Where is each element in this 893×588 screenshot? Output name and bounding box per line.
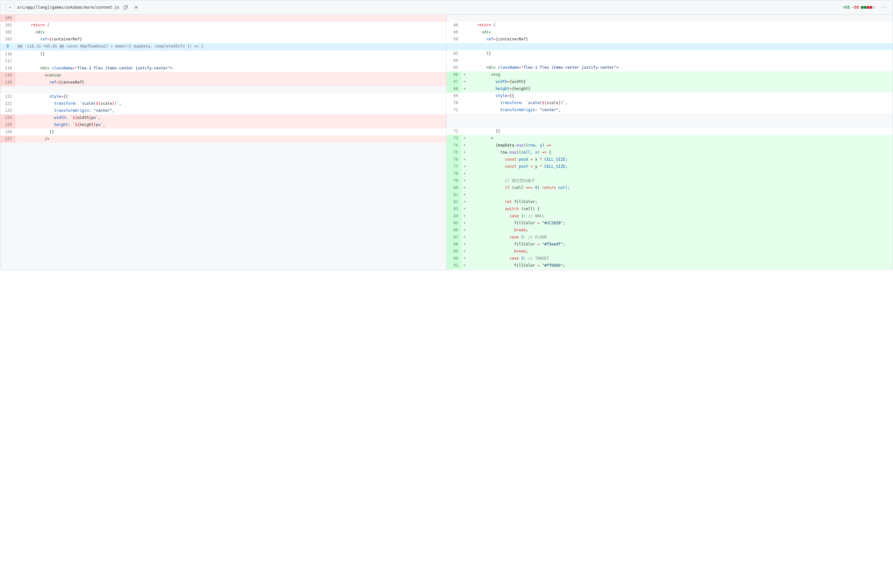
diff-line[interactable]: 75+ row.map((cell, x) => { xyxy=(446,149,893,156)
line-number[interactable]: 120 xyxy=(0,79,15,86)
line-number[interactable]: 119 xyxy=(0,72,15,79)
diff-line[interactable]: 103 ref={containerRef} xyxy=(0,36,446,43)
diff-line[interactable]: 64 xyxy=(446,57,893,64)
expand-file-button[interactable] xyxy=(132,3,140,11)
line-number[interactable]: 85 xyxy=(446,220,461,227)
line-number[interactable]: 64 xyxy=(446,57,461,64)
line-number[interactable]: 49 xyxy=(446,29,461,36)
line-number[interactable]: 101 xyxy=(0,22,15,29)
collapse-toggle-button[interactable] xyxy=(6,3,15,12)
line-number[interactable]: 78 xyxy=(446,170,461,177)
diff-line[interactable]: 126 }} xyxy=(0,129,446,136)
line-number[interactable]: 123 xyxy=(0,107,15,114)
diff-line[interactable] xyxy=(446,114,893,121)
diff-line[interactable]: 69 style={{ xyxy=(446,93,893,100)
line-number[interactable]: 68 xyxy=(446,86,461,93)
diff-line[interactable]: 66+ <svg xyxy=(446,71,893,78)
diff-line[interactable]: 80+ if (cell === 0) return null; xyxy=(446,184,893,192)
line-number[interactable]: 125 xyxy=(0,122,15,129)
line-number[interactable]: 66 xyxy=(446,71,461,78)
diff-line[interactable]: 127- /> xyxy=(0,136,446,142)
diff-line[interactable]: 89+ break; xyxy=(446,248,893,255)
line-number[interactable]: 67 xyxy=(446,78,461,86)
diff-line[interactable]: 100- xyxy=(0,15,446,22)
diff-line[interactable]: 119- <canvas xyxy=(0,72,446,79)
line-number[interactable]: 72 xyxy=(446,128,461,135)
diff-line[interactable]: 123 transformOrigin: "center", xyxy=(0,107,446,114)
diff-line[interactable]: 91+ fillColor = "#ff6b6b"; xyxy=(446,262,893,269)
diff-line[interactable]: 81+ xyxy=(446,192,893,199)
line-number[interactable]: 116 xyxy=(0,51,15,58)
line-number[interactable]: 74 xyxy=(446,142,461,149)
diff-line[interactable] xyxy=(446,121,893,128)
diff-line[interactable] xyxy=(446,15,893,22)
diff-line[interactable]: 83+ switch (cell) { xyxy=(446,206,893,213)
line-number[interactable]: 124 xyxy=(0,114,15,122)
diff-line[interactable]: 48 return ( xyxy=(446,22,893,29)
diff-line[interactable]: 71 transformOrigin: "center", xyxy=(446,106,893,114)
diff-line[interactable]: 90+ case 3: // TARGET xyxy=(446,255,893,262)
line-number[interactable]: 89 xyxy=(446,248,461,255)
line-number[interactable] xyxy=(446,15,461,22)
diff-line[interactable]: 68+ height={height} xyxy=(446,86,893,93)
diff-line[interactable]: 117 xyxy=(0,58,446,65)
line-number[interactable]: 76 xyxy=(446,156,461,163)
line-number[interactable] xyxy=(446,121,461,128)
line-number[interactable]: 71 xyxy=(446,106,461,114)
line-number[interactable]: 100 xyxy=(0,15,15,22)
line-number[interactable]: 79 xyxy=(446,177,461,184)
line-number[interactable]: 75 xyxy=(446,149,461,156)
line-number[interactable]: 117 xyxy=(0,58,15,65)
diff-line[interactable]: 67+ width={width} xyxy=(446,78,893,86)
diff-line[interactable]: 49 <div xyxy=(446,29,893,36)
diff-line[interactable]: 82+ let fillColor; xyxy=(446,199,893,206)
diff-line[interactable]: 63 )} xyxy=(446,50,893,57)
copy-path-button[interactable] xyxy=(122,3,129,11)
diff-line[interactable]: 86+ break; xyxy=(446,227,893,234)
diff-line[interactable]: 76+ const posX = x * CELL_SIZE; xyxy=(446,156,893,163)
diff-line[interactable]: 85+ fillColor = "#2C282B"; xyxy=(446,220,893,227)
line-number[interactable]: 83 xyxy=(446,206,461,213)
line-number[interactable]: 122 xyxy=(0,100,15,107)
line-number[interactable]: 88 xyxy=(446,241,461,248)
line-number[interactable] xyxy=(0,86,15,93)
line-number[interactable]: 70 xyxy=(446,100,461,106)
line-number[interactable]: 87 xyxy=(446,234,461,241)
diff-line[interactable]: 102 <div xyxy=(0,29,446,36)
diff-line[interactable]: 84+ case 1: // WALL xyxy=(446,213,893,220)
diff-line[interactable]: 121 style={{ xyxy=(0,93,446,100)
diff-line[interactable]: 101 return ( xyxy=(0,22,446,29)
diff-line[interactable]: 74+ {mapData.map((row, y) => xyxy=(446,142,893,149)
line-number[interactable]: 50 xyxy=(446,36,461,43)
line-number[interactable]: 73 xyxy=(446,135,461,142)
diff-line[interactable]: 50 ref={containerRef} xyxy=(446,36,893,43)
line-number[interactable] xyxy=(446,114,461,121)
diff-line[interactable]: 72 }} xyxy=(446,128,893,135)
diff-line[interactable]: 116 )} xyxy=(0,51,446,58)
diff-line[interactable]: 124- width: `${width}px`, xyxy=(0,114,446,122)
expand-hunk-button[interactable] xyxy=(0,44,15,48)
diff-line[interactable]: 78+ xyxy=(446,170,893,177)
diff-line[interactable]: 120- ref={canvasRef} xyxy=(0,79,446,86)
file-path[interactable]: src/app/[lang]/games/sokoban/more/conten… xyxy=(17,5,119,10)
diff-line[interactable]: 125- height: `${height}px`, xyxy=(0,122,446,129)
diff-line[interactable]: 70 transform: `scale(${scale})`, xyxy=(446,100,893,106)
line-number[interactable]: 103 xyxy=(0,36,15,43)
line-number[interactable]: 86 xyxy=(446,227,461,234)
diff-line[interactable]: 118 <div className="flex-1 flex items-ce… xyxy=(0,65,446,72)
line-number[interactable]: 81 xyxy=(446,192,461,199)
line-number[interactable]: 65 xyxy=(446,64,461,71)
line-number[interactable]: 102 xyxy=(0,29,15,36)
diff-line[interactable]: 77+ const posY = y * CELL_SIZE; xyxy=(446,163,893,170)
diff-line[interactable]: 65 <div className="flex-1 flex items-cen… xyxy=(446,64,893,71)
line-number[interactable]: 84 xyxy=(446,213,461,220)
line-number[interactable]: 80 xyxy=(446,184,461,192)
line-number[interactable]: 126 xyxy=(0,129,15,136)
diff-line[interactable]: 79+ // 跳过空白格子 xyxy=(446,177,893,184)
line-number[interactable]: 69 xyxy=(446,93,461,100)
line-number[interactable]: 90 xyxy=(446,255,461,262)
line-number[interactable]: 91 xyxy=(446,262,461,269)
line-number[interactable]: 118 xyxy=(0,65,15,72)
diff-line[interactable]: 122 transform: `scale(${scale})`, xyxy=(0,100,446,107)
line-number[interactable]: 82 xyxy=(446,199,461,206)
